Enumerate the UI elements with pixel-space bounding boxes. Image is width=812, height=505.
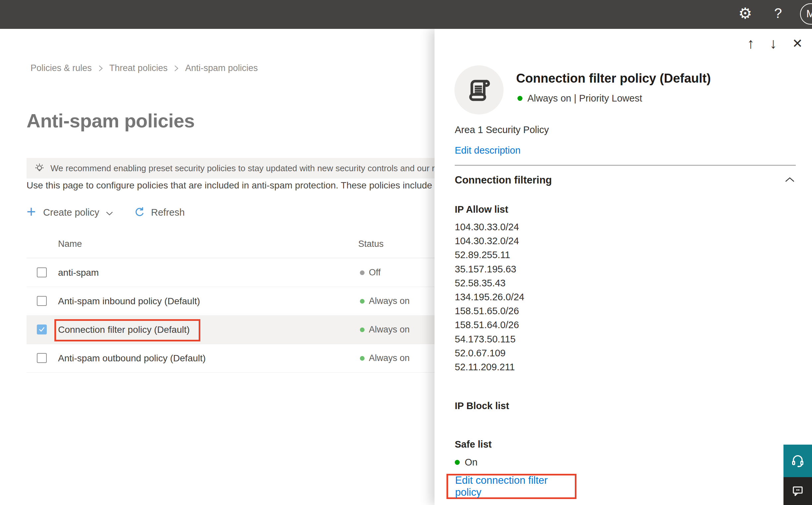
- app-root: ⚙ ? M Policies & rules Threat policies A…: [0, 0, 812, 505]
- policy-name[interactable]: anti-spam: [58, 268, 99, 278]
- panel-status-text: Always on | Priority Lowest: [528, 93, 642, 104]
- lightbulb-icon: [34, 163, 45, 174]
- status-dot-on: [360, 328, 365, 332]
- table-row-selected[interactable]: Connection filter policy (Default) Alway…: [26, 315, 434, 344]
- red-highlight-box: [54, 319, 200, 341]
- plus-icon: +: [26, 204, 36, 220]
- details-flyout-panel: ↑ ↓ ✕ Connection filter policy (Default): [434, 29, 812, 505]
- column-header-name[interactable]: Name: [58, 239, 82, 249]
- row-checkbox[interactable]: [37, 296, 47, 306]
- breadcrumb-separator-icon: [174, 65, 178, 72]
- avatar-initial: M: [806, 8, 812, 20]
- ip-entry: 52.11.209.211: [455, 360, 525, 374]
- refresh-button[interactable]: Refresh: [134, 206, 185, 218]
- status-label: Off: [369, 268, 381, 278]
- headset-icon: [790, 453, 805, 469]
- red-highlight-box: Edit connection filter policy: [446, 474, 577, 499]
- status-label: Always on: [369, 296, 410, 306]
- edit-connection-filter-policy-link[interactable]: Edit connection filter policy: [455, 475, 575, 498]
- ip-entry: 104.30.32.0/24: [455, 234, 525, 248]
- policy-name[interactable]: Anti-spam inbound policy (Default): [58, 296, 200, 307]
- safe-list-status: On: [455, 457, 478, 468]
- table-row[interactable]: Anti-spam inbound policy (Default) Alway…: [26, 287, 434, 316]
- policy-name[interactable]: Anti-spam outbound policy (Default): [58, 353, 206, 364]
- policy-scroll-icon: [454, 65, 503, 115]
- help-question-icon[interactable]: ?: [774, 5, 782, 21]
- breadcrumb-separator-icon: [98, 65, 103, 72]
- edit-description-link[interactable]: Edit description: [455, 145, 521, 156]
- status-dot-off: [360, 271, 365, 275]
- create-policy-button[interactable]: + Create policy: [26, 205, 113, 220]
- banner-text: We recommend enabling preset security po…: [50, 163, 444, 174]
- panel-title: Connection filter policy (Default): [516, 71, 711, 86]
- row-checkbox-checked[interactable]: [37, 325, 47, 334]
- breadcrumb-anti-spam-policies[interactable]: Anti-spam policies: [185, 63, 258, 73]
- recommendation-banner: We recommend enabling preset security po…: [26, 158, 444, 178]
- ip-entry: 158.51.64.0/26: [455, 318, 525, 332]
- ip-allow-list-title: IP Allow list: [455, 204, 508, 215]
- status-label: Always on: [369, 353, 410, 363]
- safe-list-status-label: On: [465, 457, 478, 468]
- close-icon[interactable]: ✕: [792, 37, 803, 50]
- status-dot-on: [518, 96, 523, 101]
- breadcrumb: Policies & rules Threat policies Anti-sp…: [30, 63, 258, 73]
- policy-status: Always on: [360, 353, 410, 363]
- refresh-label: Refresh: [151, 207, 185, 218]
- safe-list-title: Safe list: [455, 439, 491, 450]
- ip-entry: 54.173.50.115: [455, 332, 525, 346]
- support-button[interactable]: [784, 445, 812, 477]
- connection-filtering-section-header: Connection filtering: [455, 174, 552, 186]
- breadcrumb-policies-rules[interactable]: Policies & rules: [30, 63, 92, 73]
- next-item-arrow-down-icon[interactable]: ↓: [770, 36, 777, 51]
- refresh-icon: [134, 206, 146, 218]
- ip-allow-list: 104.30.33.0/24 104.30.32.0/24 52.89.255.…: [455, 220, 525, 374]
- ip-entry: 104.30.33.0/24: [455, 220, 525, 234]
- check-icon: [39, 327, 45, 332]
- create-policy-label: Create policy: [43, 207, 99, 218]
- table-row[interactable]: Anti-spam outbound policy (Default) Alwa…: [26, 344, 434, 373]
- command-bar: + Create policy Refresh: [26, 203, 185, 222]
- status-dot-on: [360, 299, 365, 304]
- page-title: Anti-spam policies: [26, 110, 195, 132]
- feedback-button[interactable]: [784, 477, 812, 505]
- row-checkbox[interactable]: [37, 353, 47, 363]
- table-row[interactable]: anti-spam Off: [26, 258, 434, 287]
- policy-status: Off: [360, 268, 381, 278]
- ip-entry: 52.0.67.109: [455, 346, 525, 360]
- chevron-up-icon[interactable]: [785, 177, 795, 182]
- status-dot-on: [360, 356, 365, 361]
- policy-status: Always on: [360, 325, 410, 335]
- ip-entry: 52.58.35.43: [455, 276, 525, 290]
- page-intro-text: Use this page to configure policies that…: [26, 180, 432, 191]
- table-header: Name Status: [26, 230, 434, 258]
- breadcrumb-threat-policies[interactable]: Threat policies: [110, 63, 168, 73]
- ip-block-list-title: IP Block list: [455, 400, 509, 411]
- top-bar: ⚙ ? M: [0, 0, 812, 29]
- settings-gear-icon[interactable]: ⚙: [738, 6, 752, 21]
- ip-entry: 35.157.195.63: [455, 262, 525, 276]
- status-label: Always on: [369, 325, 410, 335]
- avatar[interactable]: M: [800, 3, 812, 25]
- column-header-status[interactable]: Status: [358, 239, 384, 249]
- ip-entry: 134.195.26.0/24: [455, 290, 525, 304]
- panel-status-line: Always on | Priority Lowest: [518, 93, 642, 104]
- feedback-speech-bubble-icon: [791, 484, 805, 498]
- ip-entry: 158.51.65.0/26: [455, 304, 525, 318]
- policy-status: Always on: [360, 296, 410, 306]
- chevron-down-icon: [106, 211, 113, 216]
- status-dot-on: [455, 460, 460, 465]
- panel-actions: ↑ ↓ ✕: [747, 36, 803, 51]
- row-checkbox[interactable]: [37, 268, 47, 278]
- ip-entry: 52.89.255.11: [455, 248, 525, 262]
- policy-description: Area 1 Security Policy: [455, 125, 549, 135]
- panel-divider: [455, 165, 796, 166]
- previous-item-arrow-up-icon[interactable]: ↑: [747, 36, 754, 51]
